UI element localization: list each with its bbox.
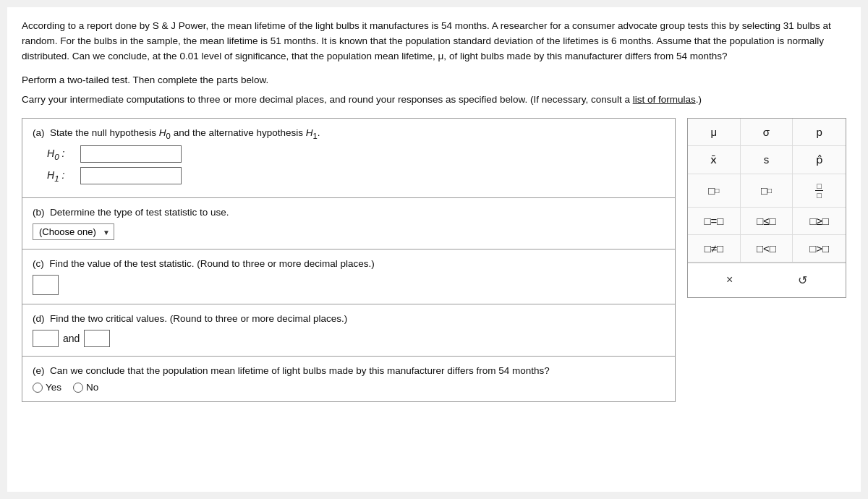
instruction-line-2: Carry your intermediate computations to … [22,93,846,108]
section-c: (c) Find the value of the test statistic… [22,250,675,304]
h0-row: H0 : [47,145,665,163]
h1-label: H1 : [47,169,76,183]
yes-label: Yes [46,382,61,393]
section-d-title: (d) Find the two critical values. (Round… [33,313,665,324]
yes-no-row: Yes No [33,382,665,393]
page-container: According to a report done by S & J Powe… [7,7,861,492]
no-option[interactable]: No [73,382,98,393]
yes-radio[interactable] [33,383,43,393]
h0-label: H0 : [47,148,76,161]
symbol-s[interactable]: s [741,146,793,174]
symbol-superscript[interactable]: □□ [688,174,741,208]
section-d: (d) Find the two critical values. (Round… [22,304,675,357]
critical-value-1-input[interactable] [33,330,59,347]
symbol-sigma[interactable]: σ [741,119,793,146]
test-statistic-select-wrapper: (Choose one) z t Chi-square F [33,223,114,240]
close-button[interactable]: × [719,270,740,289]
symbol-gt[interactable]: □>□ [793,235,846,263]
left-panel: (a) State the null hypothesis H0 and the… [22,118,676,403]
instruction-line-1: Perform a two-tailed test. Then complete… [22,73,846,88]
section-c-title: (c) Find the value of the test statistic… [33,258,665,269]
section-b: (b) Determine the type of test statistic… [22,198,675,250]
symbol-equals[interactable]: □=□ [688,208,741,235]
symbol-geq[interactable]: □≥□ [793,208,846,235]
and-label: and [63,333,80,344]
symbol-phat[interactable]: p̂ [793,146,846,174]
no-label: No [86,382,98,393]
no-radio[interactable] [73,383,83,393]
symbol-leq[interactable]: □≤□ [741,208,793,235]
test-statistic-input[interactable] [33,275,59,295]
symbol-fraction[interactable]: □ □ [793,174,846,208]
right-panel: μ σ p x̄ s p̂ □□ □□ □ □ [687,118,846,298]
section-e-title: (e) Can we conclude that the population … [33,365,665,376]
symbol-bottom-row: × ↺ [688,263,846,297]
main-layout: (a) State the null hypothesis H0 and the… [22,118,846,403]
symbol-lt[interactable]: □<□ [741,235,793,263]
section-a: (a) State the null hypothesis H0 and the… [22,119,675,199]
symbol-p[interactable]: p [793,119,846,146]
intro-paragraph: According to a report done by S & J Powe… [22,19,846,64]
test-statistic-select[interactable]: (Choose one) z t Chi-square F [33,223,114,240]
section-e: (e) Can we conclude that the population … [22,357,675,401]
formulas-link[interactable]: list of formulas [633,94,696,105]
section-a-title: (a) State the null hypothesis H0 and the… [33,127,665,140]
h0-input[interactable] [80,145,182,163]
symbol-grid: μ σ p x̄ s p̂ □□ □□ □ □ [688,119,846,263]
refresh-button[interactable]: ↺ [791,270,814,290]
h1-row: H1 : [47,167,665,184]
symbol-mu[interactable]: μ [688,119,741,146]
critical-value-2-input[interactable] [84,330,110,347]
yes-option[interactable]: Yes [33,382,61,393]
symbol-neq[interactable]: □≠□ [688,235,741,263]
critical-values-row: and [33,330,665,347]
h1-input[interactable] [80,167,182,184]
symbol-xbar[interactable]: x̄ [688,146,741,174]
symbol-subscript[interactable]: □□ [741,174,793,208]
section-b-title: (b) Determine the type of test statistic… [33,207,665,218]
